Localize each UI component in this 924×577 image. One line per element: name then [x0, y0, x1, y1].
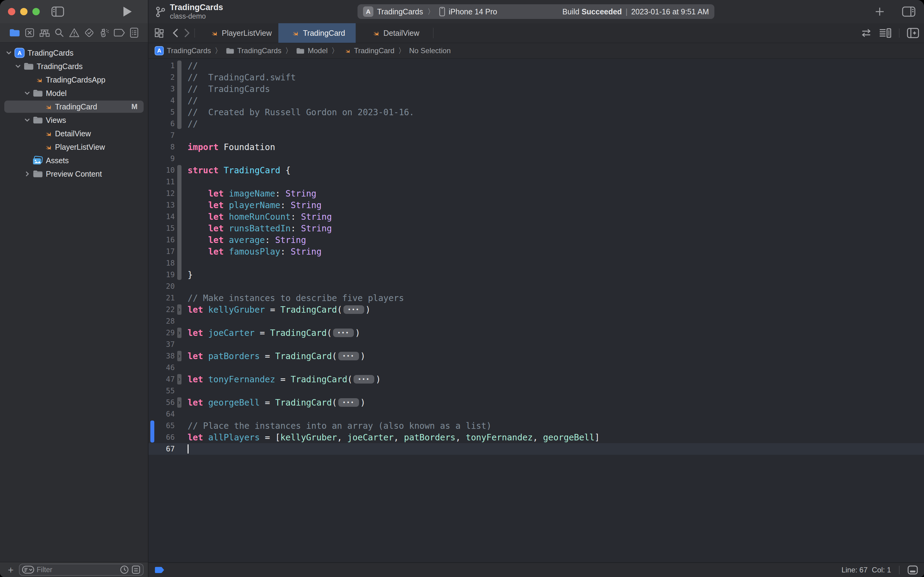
toggle-bottom-bar-icon[interactable] — [908, 566, 918, 575]
add-item-icon[interactable]: ＋ — [6, 565, 15, 574]
code-line-11[interactable]: 11 — [148, 176, 924, 188]
folded-code-pill[interactable]: ••• — [354, 375, 374, 384]
tab-detailview[interactable]: DetailView — [356, 23, 433, 43]
source-editor[interactable]: 1//2// TradingCard.swift3// TradingCards… — [148, 59, 924, 562]
chevron-down-icon[interactable] — [23, 118, 32, 122]
code-line-9[interactable]: 9 — [148, 153, 924, 164]
chevron-down-icon[interactable] — [23, 91, 32, 95]
search-icon[interactable] — [54, 27, 64, 38]
zoom-window-button[interactable] — [32, 8, 40, 15]
code-line-21[interactable]: 21// Make instances to describe five pla… — [148, 292, 924, 304]
code-line-1[interactable]: 1// — [148, 60, 924, 71]
toggle-inspector-icon[interactable] — [902, 6, 916, 17]
code-line-8[interactable]: 8import Foundation — [148, 141, 924, 153]
code-line-38[interactable]: 38›let patBorders = TradingCard(•••) — [148, 350, 924, 362]
jumpbar-item-model[interactable]: Model — [296, 47, 328, 55]
tab-playerlistview[interactable]: PlayerListView — [201, 23, 278, 43]
fold-chevron[interactable]: › — [177, 351, 182, 361]
code-line-66[interactable]: 66let allPlayers = [kellyGruber, joeCart… — [148, 432, 924, 443]
add-editor-icon[interactable] — [907, 28, 919, 38]
code-line-17[interactable]: 17 let famousPlay: String — [148, 246, 924, 257]
code-line-19[interactable]: 19} — [148, 269, 924, 280]
scheme-name[interactable]: TradingCards — [377, 7, 423, 16]
code-line-67[interactable]: 67 — [148, 443, 924, 455]
minimize-window-button[interactable] — [20, 8, 27, 15]
fold-chevron[interactable]: › — [177, 328, 182, 338]
related-items-icon[interactable] — [154, 27, 165, 39]
library-plus-icon[interactable] — [874, 6, 885, 17]
code-line-46[interactable]: 46 — [148, 362, 924, 374]
tree-item-detailview[interactable]: DetailView — [0, 127, 148, 140]
build-status[interactable]: Build Succeeded | 2023-01-16 at 9:51 AM — [563, 7, 709, 16]
breakpoints-icon[interactable] — [114, 28, 125, 37]
run-destination[interactable]: iPhone 14 Pro — [449, 7, 497, 16]
scheme-selector[interactable]: A TradingCards 〉 iPhone 14 Pro — [363, 6, 497, 17]
source-control-status-icon[interactable] — [131, 565, 140, 574]
tests-icon[interactable] — [84, 27, 94, 38]
jumpbar-item-tradingcard[interactable]: TradingCard — [342, 47, 394, 55]
code-line-12[interactable]: 12 let imageName: String — [148, 188, 924, 199]
fold-chevron[interactable]: › — [177, 374, 182, 384]
reports-icon[interactable] — [130, 27, 139, 38]
toggle-navigator-icon[interactable] — [52, 6, 64, 17]
code-line-6[interactable]: 6// — [148, 118, 924, 130]
run-button[interactable] — [122, 6, 133, 18]
source-control-icon[interactable] — [24, 27, 35, 38]
fold-chevron[interactable]: › — [177, 305, 182, 315]
tree-item-tradingcardsapp[interactable]: TradingCardsApp — [0, 73, 148, 87]
tree-item-tradingcard[interactable]: TradingCardM — [0, 100, 148, 113]
code-line-5[interactable]: 5// Created by Russell Gordon on 2023-01… — [148, 106, 924, 118]
code-line-64[interactable]: 64 — [148, 408, 924, 420]
code-line-13[interactable]: 13 let playerName: String — [148, 199, 924, 211]
column-indicator[interactable]: Col: 1 — [872, 566, 891, 574]
code-line-22[interactable]: 22›let kellyGruber = TradingCard(•••) — [148, 304, 924, 315]
code-line-56[interactable]: 56›let georgeBell = TradingCard(•••) — [148, 397, 924, 408]
folded-code-pill[interactable]: ••• — [343, 305, 364, 314]
code-line-55[interactable]: 55 — [148, 385, 924, 397]
minimap-icon[interactable] — [879, 28, 892, 38]
jumpbar-item-tradingcards[interactable]: ATradingCards — [155, 46, 211, 55]
recent-files-clock-icon[interactable] — [120, 565, 129, 574]
code-line-65[interactable]: 65// Place the instances into an array (… — [148, 420, 924, 432]
code-line-2[interactable]: 2// TradingCard.swift — [148, 71, 924, 83]
tree-item-assets[interactable]: Assets — [0, 154, 148, 167]
project-navigator-icon[interactable] — [9, 28, 20, 37]
tree-item-preview-content[interactable]: Preview Content — [0, 167, 148, 181]
code-line-20[interactable]: 20 — [148, 280, 924, 292]
chevron-down-icon[interactable] — [4, 51, 13, 55]
code-line-4[interactable]: 4// — [148, 95, 924, 106]
code-line-14[interactable]: 14 let homeRunCount: String — [148, 211, 924, 222]
code-review-icon[interactable] — [860, 28, 872, 38]
forward-button[interactable] — [184, 27, 191, 39]
breakpoints-toggle-icon[interactable] — [155, 566, 165, 574]
code-line-3[interactable]: 3// TradingCards — [148, 83, 924, 95]
folded-code-pill[interactable]: ••• — [338, 352, 359, 360]
code-line-37[interactable]: 37 — [148, 338, 924, 350]
tab-tradingcard[interactable]: TradingCard — [278, 23, 356, 43]
tree-item-views[interactable]: Views — [0, 113, 148, 127]
symbols-icon[interactable] — [39, 27, 50, 38]
tree-item-tradingcards[interactable]: ATradingCards — [0, 46, 148, 60]
back-button[interactable] — [172, 27, 179, 39]
folded-code-pill[interactable]: ••• — [333, 329, 354, 337]
code-line-15[interactable]: 15 let runsBattedIn: String — [148, 222, 924, 234]
code-line-29[interactable]: 29›let joeCarter = TradingCard(•••) — [148, 327, 924, 338]
chevron-down-icon[interactable] — [13, 64, 23, 68]
code-line-10[interactable]: 10struct TradingCard { — [148, 164, 924, 176]
jumpbar-item-tradingcards[interactable]: TradingCards — [226, 47, 282, 55]
jumpbar-item-no-selection[interactable]: No Selection — [409, 47, 451, 55]
line-indicator[interactable]: Line: 67 — [842, 566, 868, 574]
tree-item-playerlistview[interactable]: PlayerListView — [0, 140, 148, 154]
close-window-button[interactable] — [8, 8, 15, 15]
code-line-16[interactable]: 16 let average: String — [148, 234, 924, 246]
code-line-47[interactable]: 47›let tonyFernandez = TradingCard(•••) — [148, 374, 924, 385]
fold-chevron[interactable]: › — [177, 397, 182, 408]
tree-item-tradingcards[interactable]: TradingCards — [0, 60, 148, 73]
folded-code-pill[interactable]: ••• — [338, 398, 359, 407]
code-line-28[interactable]: 28 — [148, 315, 924, 327]
issues-icon[interactable] — [69, 28, 80, 38]
chevron-right-icon[interactable] — [23, 171, 32, 177]
tree-item-model[interactable]: Model — [0, 87, 148, 100]
filter-field[interactable]: Filter — [19, 564, 143, 576]
code-line-7[interactable]: 7 — [148, 130, 924, 141]
